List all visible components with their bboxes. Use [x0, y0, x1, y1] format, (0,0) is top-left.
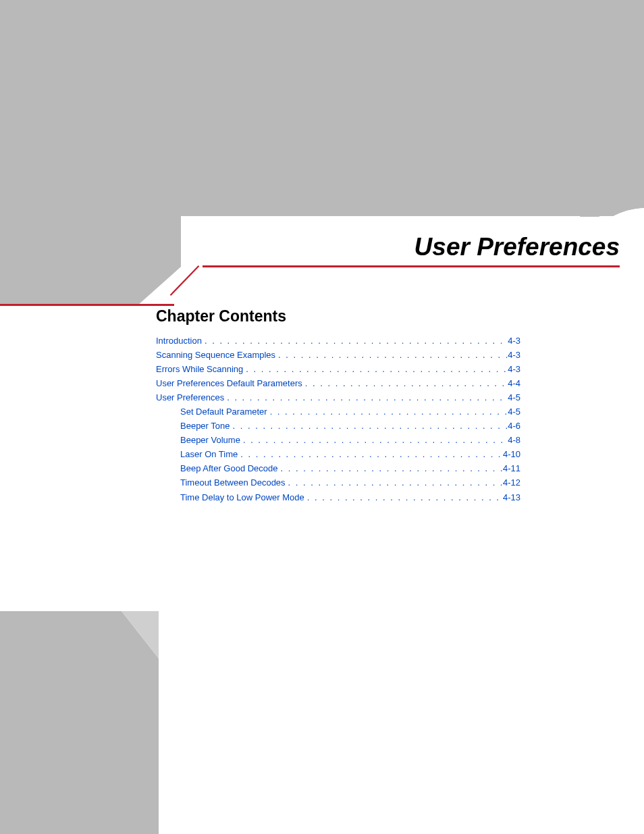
toc-entry-page: 4-3 [508, 362, 520, 376]
chapter-number: 4 [540, 91, 618, 240]
toc-entry[interactable]: Scanning Sequence Examples4-3 [156, 348, 520, 362]
toc-entry-page: 4-12 [503, 475, 520, 490]
toc-leader-dots [286, 475, 503, 490]
table-of-contents: Introduction4-3Scanning Sequence Example… [156, 334, 520, 504]
toc-entry-label: Timeout Between Decodes [180, 475, 286, 490]
toc-entry-page: 4-10 [503, 447, 520, 461]
corner-shade [0, 611, 162, 834]
toc-leader-dots [224, 390, 508, 405]
toc-entry-label: Scanning Sequence Examples [156, 348, 275, 362]
title-underline [203, 265, 620, 267]
contents-heading: Chapter Contents [156, 307, 520, 325]
toc-entry-label: Errors While Scanning [156, 362, 243, 376]
toc-entry-page: 4-3 [508, 348, 520, 362]
toc-leader-dots [302, 376, 508, 390]
toc-entry-label: Time Delay to Low Power Mode [180, 490, 304, 504]
toc-leader-dots [202, 334, 508, 348]
toc-entry-page: 4-5 [508, 405, 520, 419]
toc-entry-page: 4-5 [508, 390, 520, 405]
toc-entry-label: Beep After Good Decode [180, 461, 278, 475]
toc-entry-label: User Preferences [156, 390, 224, 405]
toc-entry[interactable]: Beep After Good Decode4-11 [156, 461, 520, 475]
toc-entry[interactable]: User Preferences4-5 [156, 390, 520, 405]
toc-entry[interactable]: Beeper Tone4-6 [156, 419, 520, 433]
toc-leader-dots [267, 405, 508, 419]
toc-entry-page: 4-11 [503, 461, 520, 475]
toc-entry[interactable]: User Preferences Default Parameters4-4 [156, 376, 520, 390]
toc-entry-page: 4-6 [508, 419, 520, 433]
toc-entry-page: 4-8 [508, 433, 520, 447]
toc-entry[interactable]: Errors While Scanning4-3 [156, 362, 520, 376]
toc-leader-dots [238, 447, 503, 461]
chapter-contents: Chapter Contents Introduction4-3Scanning… [156, 307, 520, 504]
toc-leader-dots [243, 362, 508, 376]
toc-entry-page: 4-13 [503, 490, 520, 504]
toc-entry-label: Set Default Parameter [180, 405, 267, 419]
toc-entry[interactable]: Beeper Volume4-8 [156, 433, 520, 447]
toc-entry[interactable]: Set Default Parameter4-5 [156, 405, 520, 419]
toc-entry-label: User Preferences Default Parameters [156, 376, 302, 390]
toc-entry-page: 4-4 [508, 376, 520, 390]
svg-line-1 [171, 266, 199, 296]
toc-leader-dots [240, 433, 508, 447]
toc-entry-label: Introduction [156, 334, 202, 348]
toc-entry[interactable]: Laser On Time4-10 [156, 447, 520, 461]
toc-entry[interactable]: Introduction4-3 [156, 334, 520, 348]
toc-entry-page: 4-3 [508, 334, 520, 348]
red-diagonal-stroke [145, 265, 226, 306]
svg-marker-2 [0, 611, 159, 834]
toc-entry[interactable]: Time Delay to Low Power Mode4-13 [156, 490, 520, 504]
toc-entry-label: Beeper Volume [180, 433, 240, 447]
toc-leader-dots [278, 461, 503, 475]
chapter-title: User Preferences [414, 233, 620, 261]
document-page: 4 User Preferences Chapter Contents Intr… [0, 0, 644, 834]
toc-entry-label: Laser On Time [180, 447, 238, 461]
toc-leader-dots [275, 348, 508, 362]
toc-entry-label: Beeper Tone [180, 419, 230, 433]
toc-entry[interactable]: Timeout Between Decodes4-12 [156, 475, 520, 490]
toc-leader-dots [230, 419, 508, 433]
toc-leader-dots [304, 490, 503, 504]
red-left-stroke [0, 304, 174, 306]
